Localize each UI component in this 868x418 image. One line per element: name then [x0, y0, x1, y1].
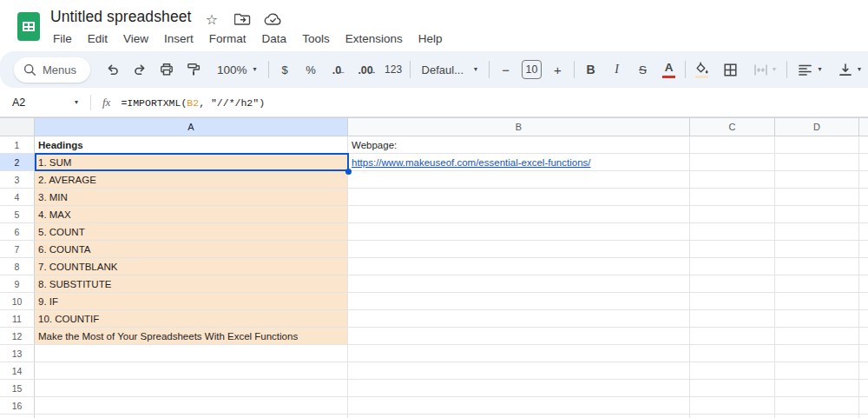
cell-B4[interactable] [348, 189, 690, 206]
cell-A11[interactable]: 10. COUNTIF [35, 310, 348, 328]
formula-input[interactable]: =IMPORTXML(B2, "//*/h2") [121, 97, 265, 109]
cell-B3[interactable] [348, 171, 690, 189]
cell-E8[interactable] [859, 258, 868, 275]
cell-C6[interactable] [690, 223, 775, 241]
italic-button[interactable]: I [605, 58, 628, 82]
cell-D10[interactable] [775, 293, 859, 310]
font-size-input[interactable]: 10 [522, 60, 542, 79]
cell-C14[interactable] [690, 362, 775, 380]
row-header-3[interactable]: 3 [0, 171, 35, 189]
cell-E9[interactable] [859, 275, 868, 293]
fill-handle[interactable] [345, 169, 352, 175]
cell-B2[interactable]: https://www.makeuseof.com/essential-exce… [348, 154, 690, 171]
format-percent-button[interactable]: % [299, 58, 323, 82]
column-header-B[interactable]: B [348, 117, 690, 136]
cell-B12[interactable] [348, 328, 690, 345]
cell-D2[interactable] [775, 154, 859, 171]
cell-A1[interactable]: Headings [35, 136, 348, 154]
cell-D8[interactable] [775, 258, 859, 275]
row-header-8[interactable]: 8 [0, 258, 35, 275]
row-header-4[interactable]: 4 [0, 189, 35, 206]
menu-file[interactable]: File [45, 29, 80, 49]
cell-D12[interactable] [775, 328, 859, 345]
cell-C1[interactable] [690, 136, 775, 154]
name-box[interactable]: A2 ▾ [12, 96, 78, 109]
cell-A3[interactable]: 2. AVERAGE [35, 171, 348, 189]
cell-D15[interactable] [775, 380, 859, 397]
cell-A16[interactable] [35, 397, 348, 415]
cell-D11[interactable] [775, 310, 859, 328]
cell-A6[interactable]: 5. COUNT [35, 223, 348, 241]
menu-view[interactable]: View [115, 29, 156, 49]
horizontal-align-button[interactable]: ▾ [792, 58, 828, 82]
row-header-10[interactable]: 10 [0, 293, 35, 310]
column-header-A[interactable]: A [35, 117, 348, 136]
cell-C3[interactable] [690, 171, 775, 189]
cell-B15[interactable] [348, 380, 690, 397]
cell-D9[interactable] [775, 275, 859, 293]
font-family-dropdown[interactable]: Defaul... ▾ [415, 58, 484, 82]
cell-A13[interactable] [35, 345, 348, 362]
row-header-1[interactable]: 1 [0, 136, 35, 154]
cloud-saved-icon[interactable] [263, 10, 282, 29]
merge-cells-button[interactable]: ▾ [747, 58, 782, 82]
row-header-2[interactable]: 2 [0, 154, 35, 171]
bold-button[interactable]: B [579, 58, 602, 82]
menu-format[interactable]: Format [201, 29, 254, 49]
cell-A7[interactable]: 6. COUNTA [35, 241, 348, 258]
cell-C15[interactable] [690, 380, 775, 397]
cell-C2[interactable] [690, 154, 775, 171]
cell-B14[interactable] [348, 362, 690, 380]
row-header-7[interactable]: 7 [0, 241, 35, 258]
cell-D16[interactable] [775, 397, 859, 415]
cell-E10[interactable] [859, 293, 868, 310]
cell-E2[interactable] [859, 154, 868, 171]
cell-B8[interactable] [348, 258, 690, 275]
row-header-9[interactable]: 9 [0, 275, 35, 293]
cell-A9[interactable]: 8. SUBSTITUTE [35, 275, 348, 293]
cell-C7[interactable] [690, 241, 775, 258]
cell-C4[interactable] [690, 189, 775, 206]
print-button[interactable] [155, 58, 178, 82]
cell-B1[interactable]: Webpage: [348, 136, 690, 154]
paint-format-button[interactable] [181, 58, 205, 82]
increase-decimal-button[interactable]: .00 → [354, 58, 378, 82]
zoom-dropdown[interactable]: 100% ▾ [210, 58, 264, 82]
cell-E16[interactable] [859, 397, 868, 415]
cell-B6[interactable] [348, 223, 690, 241]
cell-C16[interactable] [690, 397, 775, 415]
redo-button[interactable] [128, 58, 151, 82]
menus-search-button[interactable]: Menus [14, 57, 90, 83]
cell-B7[interactable] [348, 241, 690, 258]
document-title[interactable]: Untitled spreadsheet [50, 8, 192, 26]
cell-E1[interactable] [859, 136, 868, 154]
cell-B11[interactable] [348, 310, 690, 328]
cell-D7[interactable] [775, 241, 859, 258]
cell-A12[interactable]: Make the Most of Your Spreadsheets With … [35, 328, 348, 345]
vertical-align-button[interactable]: ▾ [832, 58, 868, 82]
menu-insert[interactable]: Insert [156, 29, 201, 49]
menu-tools[interactable]: Tools [294, 29, 338, 49]
cell-E15[interactable] [859, 380, 868, 397]
cell-E3[interactable] [859, 171, 868, 189]
cell-E11[interactable] [859, 310, 868, 328]
menu-data[interactable]: Data [254, 29, 295, 49]
cell-A8[interactable]: 7. COUNTBLANK [35, 258, 348, 275]
decrease-font-size-button[interactable]: − [494, 58, 517, 82]
menu-extensions[interactable]: Extensions [338, 29, 411, 49]
row-header-5[interactable]: 5 [0, 206, 35, 223]
select-all-corner[interactable] [0, 117, 35, 136]
text-color-button[interactable]: A [657, 58, 681, 82]
column-header-D[interactable]: D [775, 117, 859, 136]
cell-C10[interactable] [690, 293, 775, 310]
cell-C12[interactable] [690, 328, 775, 345]
cell-E-partial[interactable] [859, 415, 868, 418]
cell-E6[interactable] [859, 223, 868, 241]
cell-C8[interactable] [690, 258, 775, 275]
more-formats-button[interactable]: 123 [382, 58, 405, 82]
menu-help[interactable]: Help [411, 29, 450, 49]
row-header-15[interactable]: 15 [0, 380, 35, 397]
row-header-13[interactable]: 13 [0, 345, 35, 362]
row-header-14[interactable]: 14 [0, 362, 35, 380]
row-header-11[interactable]: 11 [0, 310, 35, 328]
